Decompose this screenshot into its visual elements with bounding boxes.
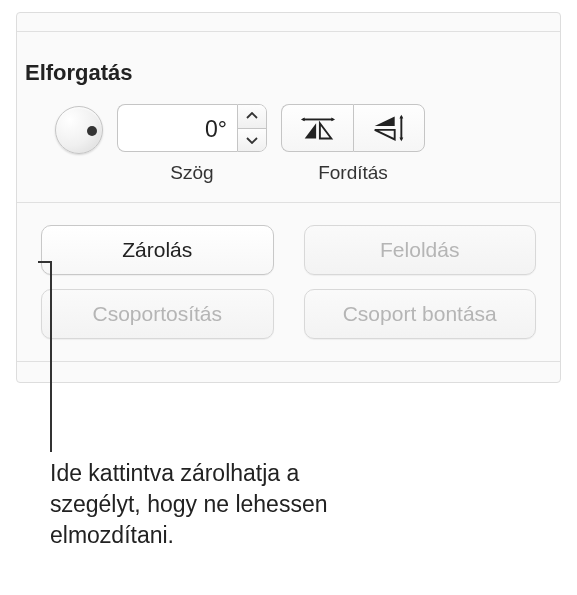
rotate-controls: 0° Szög [17,104,560,202]
callout-line [50,262,52,452]
flip-label: Fordítás [318,162,388,184]
rotation-dial[interactable] [55,106,103,154]
rotate-section-title: Elforgatás [17,32,560,104]
callout-text: Ide kattintva zárolhatja a szegélyt, hog… [50,458,380,551]
group-button: Csoportosítás [41,289,274,339]
flip-horizontal-icon [299,113,337,143]
angle-stepper [237,104,267,152]
angle-label: Szög [170,162,213,184]
flip-group-wrap: Fordítás [281,104,425,184]
angle-step-up[interactable] [238,105,266,129]
arrange-panel: Elforgatás 0° Szög [16,12,561,383]
divider [17,361,560,362]
angle-group: 0° Szög [117,104,267,184]
angle-control: 0° [117,104,267,152]
lock-button[interactable]: Zárolás [41,225,274,275]
angle-input[interactable]: 0° [117,104,237,152]
angle-step-down[interactable] [238,129,266,152]
flip-vertical-button[interactable] [353,104,425,152]
ungroup-button: Csoport bontása [304,289,537,339]
flip-buttons [281,104,425,152]
lock-group-grid: Zárolás Feloldás Csoportosítás Csoport b… [17,203,560,361]
flip-horizontal-button[interactable] [281,104,353,152]
unlock-button: Feloldás [304,225,537,275]
flip-vertical-icon [370,113,408,143]
